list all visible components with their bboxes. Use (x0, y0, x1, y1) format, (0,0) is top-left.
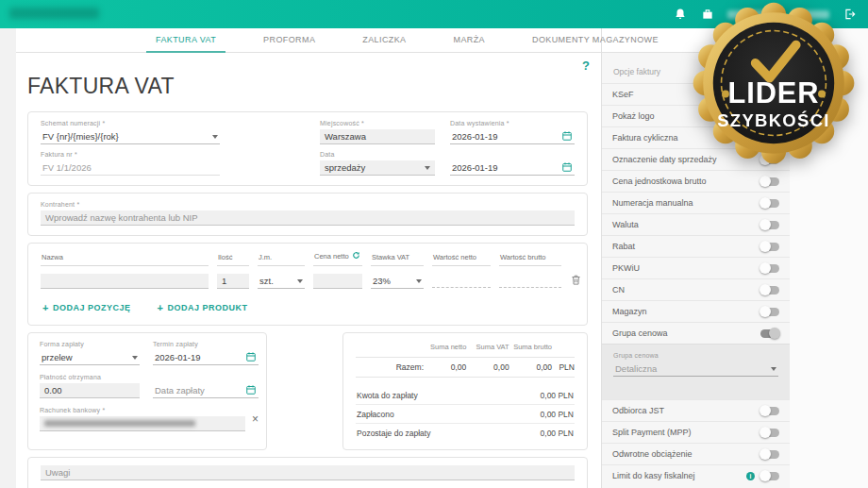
uwagi-input[interactable]: Uwagi (41, 465, 575, 480)
currency-label: PLN (552, 362, 575, 372)
kontrahent-card: Kontrahent * Wprowadź nazwę kontrahenta … (27, 193, 588, 236)
item-wartosc-brutto-field[interactable] (499, 275, 561, 288)
option-split-payment: Split Payment (MPP) (602, 421, 790, 443)
help-icon[interactable]: ? (582, 59, 590, 73)
calendar-icon[interactable] (245, 351, 257, 364)
plus-icon: + (157, 302, 163, 313)
col-jm: J.m. (258, 253, 305, 266)
item-jm-select[interactable]: szt. (258, 274, 305, 289)
grupa-cenowa-select[interactable]: Detaliczna (613, 362, 778, 377)
odwrotne-obciazenie-toggle[interactable] (760, 450, 779, 459)
invoice-header-card: Schemat numeracji * FV {nr}/{mies}/{rok}… (27, 111, 588, 186)
data-type-select[interactable]: sprzedaży (320, 160, 435, 176)
add-product-button[interactable]: + DODAJ PRODUKT (157, 302, 247, 313)
page-title: FAKTURA VAT (27, 74, 601, 99)
data-sprzedazy-input[interactable]: 2026-01-19 (450, 160, 575, 176)
option-rabat: Rabat (602, 235, 790, 257)
rachunek-bankowy-label: Rachunek bankowy * (40, 407, 245, 413)
split-payment-toggle[interactable] (760, 429, 779, 437)
chevron-down-icon (132, 356, 138, 360)
odbiorca-jst-toggle[interactable] (760, 407, 779, 415)
calendar-icon[interactable] (245, 384, 257, 397)
items-header-row: Nazwa Ilość J.m. Cena netto Stawka VAT W… (41, 251, 575, 266)
data-wystawienia-input[interactable]: 2026-01-19 (450, 129, 575, 144)
summary-card: Suma netto Suma VAT Suma brutto Razem: 0… (342, 332, 588, 450)
info-icon[interactable] (746, 472, 755, 480)
faktura-nr-input[interactable]: FV 1/1/2026 (41, 160, 220, 176)
termin-zaplaty-label: Termin zapłaty (153, 341, 259, 347)
magazyn-toggle[interactable] (760, 308, 779, 316)
option-cn: CN (602, 278, 790, 300)
grupa-cenowa-label: Grupa cenowa (613, 352, 778, 359)
razem-label: Razem: (356, 362, 424, 372)
option-numeracja-manualna: Numeracja manualna (602, 192, 790, 213)
col-wartosc-netto: Wartość netto (432, 253, 491, 266)
delete-row-trash-icon[interactable] (570, 273, 582, 290)
add-position-button[interactable]: + DODAJ POZYCJĘ (42, 302, 130, 313)
chevron-down-icon (771, 367, 776, 371)
tab-marza[interactable]: MARŻA (444, 29, 495, 53)
calendar-icon[interactable] (561, 130, 573, 143)
data-label: Data (320, 151, 435, 158)
item-nazwa-input[interactable] (41, 274, 209, 289)
chevron-down-icon (416, 279, 422, 283)
data-zaplaty-input[interactable]: Data zapłaty (153, 383, 259, 398)
grupa-cenowa-panel: Grupa cenowa Detaliczna (602, 344, 790, 399)
numeracja-manualna-toggle[interactable] (760, 199, 779, 208)
rabat-toggle[interactable] (760, 243, 779, 251)
pozostaje-do-zaplaty-row: Pozostaje do zapłaty0,00 PLN (356, 423, 575, 442)
schemat-numeracji-label: Schemat numeracji * (41, 120, 220, 126)
razem-vat: 0,00 (466, 362, 509, 372)
tab-proforma[interactable]: PROFORMA (254, 29, 325, 53)
calendar-icon[interactable] (561, 161, 573, 175)
items-card: Nazwa Ilość J.m. Cena netto Stawka VAT W… (27, 243, 588, 326)
cena-jednostkowa-toggle[interactable] (760, 177, 779, 186)
col-wartosc-brutto: Wartość brutto (499, 253, 561, 266)
col-ilosc: Ilość (217, 253, 249, 266)
badge-title: LIDER (728, 76, 820, 109)
option-limit-kasy: Limit do kasy fiskalnej (602, 464, 790, 486)
app-window: FAKTURA VAT PROFORMA ZALICZKA MARŻA DOKU… (0, 0, 868, 488)
platnosc-otrzymana-label: Płatność otrzymana (40, 374, 140, 380)
forma-zaplaty-select[interactable]: przelew (40, 350, 140, 365)
main-content: FAKTURA VAT PROFORMA ZALICZKA MARŻA DOKU… (16, 28, 601, 488)
zaplacono-row: Zapłacono0,00 PLN (356, 404, 575, 423)
tab-zaliczka[interactable]: ZALICZKA (353, 29, 415, 53)
clear-x-icon[interactable]: × (252, 412, 259, 426)
waluta-toggle[interactable] (760, 221, 779, 229)
option-odbiorca-jst: Odbiorca JST (602, 399, 790, 421)
lider-szybkosci-badge: LIDER SZYBKOŚCI (691, 0, 857, 166)
tab-faktura-vat[interactable]: FAKTURA VAT (146, 29, 225, 53)
summary-header-row: Suma netto Suma VAT Suma brutto (356, 343, 575, 357)
option-cena-jednostkowa: Cena jednostkowa brutto (602, 170, 790, 192)
item-cena-netto-input[interactable] (313, 274, 362, 289)
platnosc-otrzymana-input[interactable]: 0.00 (40, 383, 140, 398)
rachunek-bankowy-input[interactable] (40, 416, 245, 431)
option-grupa-cenowa: Grupa cenowa (602, 322, 790, 344)
item-stawka-vat-select[interactable]: 23% (371, 274, 424, 289)
kontrahent-input[interactable]: Wprowadź nazwę kontrahenta lub NIP (41, 210, 575, 226)
option-magazyn: Magazyn (602, 300, 790, 322)
redacted-logo (9, 8, 99, 19)
option-waluta: Waluta (602, 213, 790, 235)
badge-subtitle: SZYBKOŚCI (717, 110, 830, 130)
cn-toggle[interactable] (760, 286, 779, 294)
notifications-bell-icon[interactable] (673, 8, 687, 22)
termin-zaplaty-input[interactable]: 2026-01-19 (153, 350, 259, 365)
miejscowosc-input[interactable]: Warszawa (320, 129, 435, 144)
schemat-numeracji-select[interactable]: FV {nr}/{mies}/{rok} (41, 129, 220, 144)
item-ilosc-input[interactable]: 1 (217, 274, 249, 289)
left-rail (0, 28, 16, 488)
summary-razem-row: Razem: 0,00 0,00 0,00 PLN (356, 357, 575, 378)
tab-dokumenty-magazynowe[interactable]: DOKUMENTY MAGAZYNOWE (523, 29, 668, 53)
grupa-cenowa-toggle[interactable] (760, 329, 779, 338)
suma-vat-header: Suma VAT (466, 343, 509, 357)
item-row: 1 szt. 23% (41, 273, 575, 290)
chevron-down-icon (297, 279, 303, 283)
option-odwrotne-obciazenie: Odwrotne obciążenie (602, 443, 790, 464)
forma-zaplaty-label: Forma zapłaty (40, 341, 140, 347)
refresh-icon[interactable] (352, 251, 360, 261)
item-wartosc-netto-field[interactable] (432, 275, 491, 288)
pkwiu-toggle[interactable] (760, 264, 779, 273)
limit-kasy-toggle[interactable] (760, 472, 779, 480)
